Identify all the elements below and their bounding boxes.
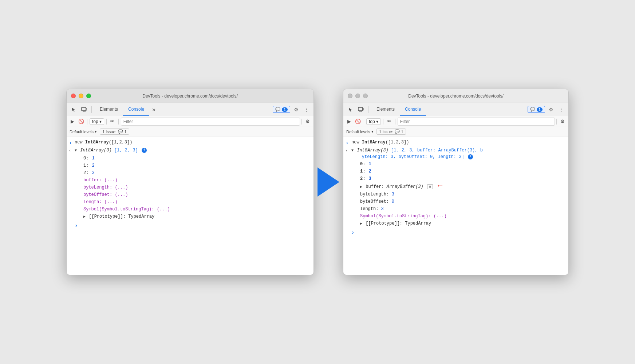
right-close-button[interactable] <box>348 94 352 98</box>
right-proto-arrow[interactable]: ▶ <box>360 221 362 227</box>
left-input-arrow: › <box>69 139 75 146</box>
right-eye-icon[interactable]: 👁 <box>386 118 393 125</box>
between-arrow <box>314 167 343 197</box>
tab-console-left[interactable]: Console <box>123 103 149 116</box>
left-window-buttons <box>71 94 91 98</box>
left-titlebar: DevTools - developer.chrome.com/docs/dev… <box>67 89 313 103</box>
right-settings-icon[interactable]: ⚙ <box>547 105 555 114</box>
left-prop-bytelength: byteLength: (...) <box>67 184 313 191</box>
right-prop-length: length: 3 <box>343 205 568 213</box>
right-prop-1: 1: 2 <box>343 168 568 175</box>
right-window-title: DevTools - developer.chrome.com/docs/dev… <box>408 94 503 99</box>
right-ct-sep4 <box>556 119 557 124</box>
tab-elements-left[interactable]: Elements <box>95 103 123 116</box>
left-badge-button[interactable]: 💬 1 <box>273 106 290 113</box>
right-input-arrow: › <box>346 139 351 146</box>
right-prop-2: 2: 3 <box>343 175 568 182</box>
left-prompt[interactable]: › <box>67 222 313 229</box>
right-maximize-button[interactable] <box>363 94 368 98</box>
right-levels-dropdown-icon: ▾ <box>371 129 374 134</box>
tab-elements-right[interactable]: Elements <box>371 103 400 116</box>
device-icon[interactable] <box>80 105 88 114</box>
right-output-line: ‹ ▼ Int8Array(3) [1, 2, 3, buffer: Array… <box>343 147 568 161</box>
left-proto-arrow[interactable]: ▶ <box>83 214 86 220</box>
left-ct-sep4 <box>301 119 302 124</box>
left-levels-bar: Default levels ▾ 1 Issue: 💬 1 <box>67 127 313 136</box>
left-prompt-symbol[interactable]: › <box>75 222 78 229</box>
right-output-arrow: ‹ <box>346 147 351 154</box>
left-prop-1: 1: 2 <box>67 162 313 169</box>
maximize-button[interactable] <box>86 94 91 98</box>
left-more-icon[interactable]: ⋮ <box>302 105 311 114</box>
right-prompt-symbol[interactable]: › <box>351 229 354 236</box>
left-output-arrow: ‹ <box>69 147 75 154</box>
svg-rect-5 <box>363 108 363 110</box>
left-prop-symbol: Symbol(Symbol.toStringTag): (...) <box>67 206 313 213</box>
right-levels-label[interactable]: Default levels ▾ <box>346 129 374 134</box>
left-output-line: ‹ ▼ Int8Array(3) [1, 2, 3] i <box>67 147 313 155</box>
left-prop-0: 0: 1 <box>67 155 313 162</box>
right-context-selector[interactable]: top ▾ <box>366 118 381 125</box>
right-prompt[interactable]: › <box>343 229 568 236</box>
right-proto: ▶ [[Prototype]]: TypedArray <box>343 220 568 228</box>
left-input-content: new Int8Array([1,2,3]) <box>75 139 311 146</box>
right-red-arrow-buffer: ← <box>438 181 442 190</box>
right-ct-sep <box>364 119 364 124</box>
right-filter-settings-icon[interactable]: ⚙ <box>559 118 566 125</box>
right-toolbar-separator-1 <box>368 106 368 113</box>
right-info-icon[interactable]: i <box>468 154 473 159</box>
left-main-toolbar: Elements Console » 💬 1 ⚙ ⋮ <box>67 103 313 116</box>
left-ct-sep3 <box>118 119 119 124</box>
right-block-icon[interactable]: 🚫 <box>354 118 362 125</box>
right-buffer-expand-arrow[interactable]: ▶ <box>360 184 362 190</box>
right-context-dropdown-icon: ▾ <box>376 119 378 124</box>
left-eye-icon[interactable]: 👁 <box>109 118 116 125</box>
right-titlebar: DevTools - developer.chrome.com/docs/dev… <box>343 89 568 103</box>
tab-console-right[interactable]: Console <box>400 103 426 116</box>
right-prop-byteoffset: byteOffset: 0 <box>343 198 568 205</box>
right-ct-sep3 <box>395 119 395 124</box>
right-console-toolbar: ▶ 🚫 top ▾ 👁 ⚙ <box>343 116 568 127</box>
right-badge-button[interactable]: 💬 1 <box>528 106 545 113</box>
scene: DevTools - developer.chrome.com/docs/dev… <box>66 89 569 275</box>
left-context-selector[interactable]: top ▾ <box>90 118 104 125</box>
left-ct-sep2 <box>106 119 107 124</box>
left-proto: ▶ [[Prototype]]: TypedArray <box>67 213 313 221</box>
left-block-icon[interactable]: 🚫 <box>78 118 85 125</box>
left-play-icon[interactable]: ▶ <box>69 118 76 125</box>
left-filter-input[interactable] <box>121 118 300 126</box>
left-console-content: › new Int8Array([1,2,3]) ‹ ▼ Int8Array(3… <box>67 136 313 275</box>
left-issue-badge[interactable]: 1 Issue: 💬 1 <box>100 128 129 135</box>
right-play-icon[interactable]: ▶ <box>346 118 353 125</box>
left-context-dropdown-icon: ▾ <box>99 119 102 124</box>
direction-arrow <box>318 167 339 197</box>
left-devtools-window: DevTools - developer.chrome.com/docs/dev… <box>66 89 314 275</box>
left-settings-icon[interactable]: ⚙ <box>292 105 300 114</box>
left-prop-2: 2: 3 <box>67 169 313 177</box>
right-expand-arrow[interactable]: ▼ <box>351 148 354 153</box>
left-levels-dropdown-icon: ▾ <box>95 129 97 134</box>
svg-rect-2 <box>86 108 87 110</box>
right-prop-symbol: Symbol(Symbol.toStringTag): (...) <box>343 213 568 220</box>
left-tab-bar: Elements Console » <box>95 103 271 116</box>
cursor-icon[interactable] <box>70 105 78 114</box>
left-info-icon[interactable]: i <box>142 148 147 153</box>
right-more-icon[interactable]: ⋮ <box>557 105 565 114</box>
minimize-button[interactable] <box>79 94 83 98</box>
left-expand-arrow[interactable]: ▼ <box>75 147 77 154</box>
right-output-content: ▼ Int8Array(3) [1, 2, 3, buffer: ArrayBu… <box>351 147 565 160</box>
svg-rect-0 <box>82 107 86 111</box>
left-ct-sep <box>87 119 87 124</box>
right-main-toolbar: Elements Console 💬 1 ⚙ ⋮ <box>343 103 568 116</box>
tab-more-left[interactable]: » <box>149 103 158 116</box>
right-device-icon[interactable] <box>356 105 365 114</box>
right-filter-input[interactable] <box>398 118 555 126</box>
right-issue-badge[interactable]: 1 Issue: 💬 1 <box>376 128 406 135</box>
left-levels-label[interactable]: Default levels ▾ <box>70 129 97 134</box>
right-cursor-icon[interactable] <box>346 105 355 114</box>
right-input-line: › new Int8Array([1,2,3]) <box>343 139 568 147</box>
right-minimize-button[interactable] <box>355 94 360 98</box>
left-filter-settings-icon[interactable]: ⚙ <box>304 118 311 125</box>
close-button[interactable] <box>71 94 76 98</box>
right-prop-0: 0: 1 <box>343 161 568 168</box>
